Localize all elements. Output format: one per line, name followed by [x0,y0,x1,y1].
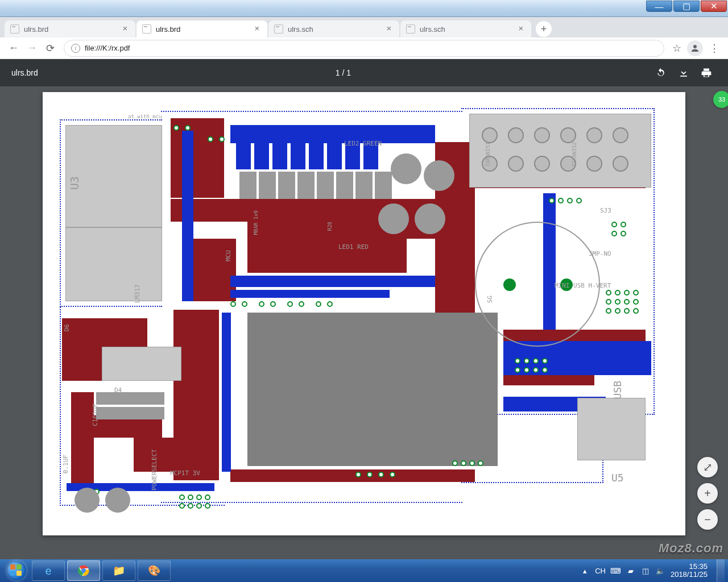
tab-title: ulrs.sch [288,25,384,34]
taskbar-app-ie[interactable]: ｅ [32,560,65,581]
label-led1: LED1 RED [338,243,369,251]
chrome-icon [77,564,90,577]
label-jmp: JMP-NO [589,250,611,257]
ime-indicator[interactable]: CH [595,567,606,575]
label-tar1: TARANIS1 [485,142,491,167]
browser-tab[interactable]: ulrs.sch × [400,20,531,38]
tray-expand-icon[interactable]: ▴ [580,566,589,575]
url-text: file:///K:/rx.pdf [85,44,130,52]
show-desktop-button[interactable] [717,559,725,582]
file-icon [406,24,415,34]
label-sj3: SJ3 [600,207,611,214]
ie-icon: ｅ [43,563,54,579]
pdf-toolbar: ulrs.brd 1 / 1 [0,59,728,86]
system-tray: ▴ CH ⌨ ▰ ◫ 🔈 15:35 2018/11/25 [574,563,713,579]
pdf-fit-button[interactable]: ⤢ [697,457,718,477]
volume-icon[interactable]: 🔈 [656,566,665,575]
label-lm317: LM317 [134,284,141,303]
taskbar-app-chrome[interactable] [67,560,100,581]
window-maximize-button[interactable]: ▢ [673,1,700,12]
window-minimize-button[interactable]: — [646,1,672,12]
label-led2: LED2 GREEN [344,140,382,147]
file-icon [274,24,283,34]
label-cap: 0.1UF [62,455,69,473]
watermark-text: Moz8.com [659,541,723,556]
rotate-icon [655,67,667,78]
download-icon [678,67,689,78]
tab-title: ulrs.brd [24,25,121,34]
print-icon [701,67,712,78]
extension-badge[interactable]: 33 [713,91,728,108]
label-d6: D6 [63,324,71,331]
action-center-icon[interactable]: ▰ [626,566,635,575]
windows-orb-icon [7,561,26,580]
file-icon [10,24,19,34]
label-r28: R28 [327,222,333,231]
tab-title: ulrs.brd [156,25,253,34]
forward-button[interactable]: → [23,39,41,57]
window-controls: — ▢ ✕ [646,0,728,16]
pdf-print-button[interactable] [696,63,717,83]
label-u3: U3 [68,176,81,190]
label-c1: C101UF [92,404,99,426]
taskbar-app-explorer[interactable]: 📁 [102,560,135,581]
taskbar-app-paint[interactable]: 🎨 [138,560,171,581]
pdf-zoom-in-button[interactable]: + [697,483,718,504]
window-close-button[interactable]: ✕ [701,1,727,12]
keyboard-icon[interactable]: ⌨ [611,566,621,575]
file-icon [142,24,151,34]
pdf-viewport[interactable]: U3 LM317 D6 D4 LED1 RED LED2 GREEN MCU S… [0,86,728,559]
tab-title: ulrs.sch [420,25,516,34]
tab-strip: ulrs.brd × ulrs.brd × ulrs.sch × ulrs.sc… [0,17,728,38]
label-tar2: TARANIS2 [572,142,577,167]
pdf-title: ulrs.brd [11,68,38,77]
pcb-drawing: U3 LM317 D6 D4 LED1 RED LED2 GREEN MCU S… [60,108,668,517]
chrome-menu-button[interactable]: ⋮ [705,39,723,57]
folder-icon: 📁 [113,564,125,577]
bookmark-star-button[interactable]: ☆ [669,42,685,55]
browser-tab-active[interactable]: ulrs.brd × [136,20,267,38]
start-button[interactable] [3,560,30,581]
pdf-page-indicator[interactable]: 1 / 1 [38,68,648,77]
label-sg: SG [486,296,494,303]
windows-taskbar: ｅ 📁 🎨 ▴ CH ⌨ ▰ ◫ 🔈 15:35 2018/11/25 [0,559,728,582]
clock-time: 15:35 [671,563,708,571]
tab-close-button[interactable]: × [121,24,130,34]
pdf-page: U3 LM317 D6 D4 LED1 RED LED2 GREEN MCU S… [43,92,685,535]
browser-tab[interactable]: ulrs.brd × [5,20,135,38]
pdf-rotate-button[interactable] [651,63,671,83]
reload-button[interactable]: ⟳ [41,39,59,57]
new-tab-button[interactable]: + [536,21,552,37]
label-u5: U5 [611,472,624,484]
taskbar-clock[interactable]: 15:35 2018/11/25 [671,563,708,579]
label-mcp: MCP1T 3V [170,469,200,477]
label-pwr: POWERSELECT [151,449,158,490]
tab-close-button[interactable]: × [384,24,394,34]
paint-icon: 🎨 [148,564,160,577]
site-info-icon[interactable]: i [71,44,80,53]
window-titlebar: — ▢ ✕ [0,0,728,17]
tab-close-button[interactable]: × [516,24,526,34]
person-icon [690,43,700,53]
label-usb: USB [611,381,623,400]
clock-date: 2018/11/25 [671,571,708,579]
address-bar[interactable]: i file:///K:/rx.pdf [64,40,664,57]
browser-toolbar: ← → ⟳ i file:///K:/rx.pdf ☆ ⋮ [0,38,728,59]
profile-avatar-button[interactable] [687,40,703,56]
pdf-float-controls: ⤢ + − [697,457,718,530]
label-mcu: MCU [225,250,232,261]
back-button[interactable]: ← [5,39,23,57]
tab-close-button[interactable]: × [253,24,262,34]
pdf-zoom-out-button[interactable]: − [697,509,718,530]
label-d4: D4 [114,386,122,394]
network-icon[interactable]: ◫ [641,566,650,575]
label-at: at_with_mcu [128,114,162,119]
label-miniusb: MINI USB H-VERT [555,282,611,289]
browser-tab[interactable]: ulrs.sch × [268,20,399,38]
label-mbar: MBAR 1x9 [253,210,259,235]
pdf-download-button[interactable] [673,63,694,83]
